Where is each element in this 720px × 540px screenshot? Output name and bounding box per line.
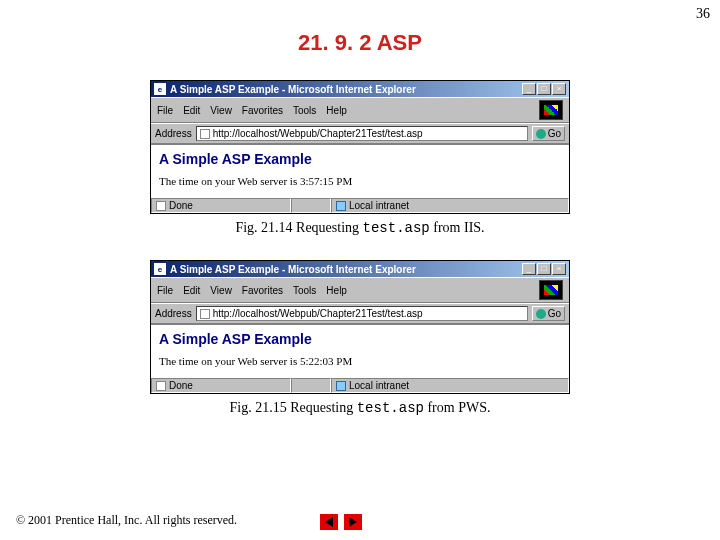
status-done: Done <box>169 200 193 211</box>
menu-file[interactable]: File <box>157 105 173 116</box>
go-icon <box>536 129 546 139</box>
caption-pre: Fig. 21.14 Requesting <box>235 220 362 235</box>
menu-help[interactable]: Help <box>326 105 347 116</box>
page-content: A Simple ASP Example The time on your We… <box>151 144 569 197</box>
minimize-button[interactable]: _ <box>522 263 536 275</box>
address-label: Address <box>155 128 192 139</box>
menu-favorites[interactable]: Favorites <box>242 285 283 296</box>
go-button[interactable]: Go <box>532 306 565 321</box>
page-body-text: The time on your Web server is 5:22:03 P… <box>159 355 561 367</box>
caption-pre: Fig. 21.15 Requesting <box>230 400 357 415</box>
menu-file[interactable]: File <box>157 285 173 296</box>
browser-window: e A Simple ASP Example - Microsoft Inter… <box>150 80 570 214</box>
menu-view[interactable]: View <box>210 105 232 116</box>
address-bar: Address http://localhost/Webpub/Chapter2… <box>151 303 569 324</box>
figure-2: e A Simple ASP Example - Microsoft Inter… <box>0 260 720 394</box>
page-body-text: The time on your Web server is 3:57:15 P… <box>159 175 561 187</box>
nav-buttons <box>320 514 362 530</box>
status-left: Done <box>151 378 291 393</box>
statusbar: Done Local intranet <box>151 377 569 393</box>
address-label: Address <box>155 308 192 319</box>
status-zone: Local intranet <box>331 198 569 213</box>
close-button[interactable]: × <box>552 83 566 95</box>
minimize-button[interactable]: _ <box>522 83 536 95</box>
titlebar: e A Simple ASP Example - Microsoft Inter… <box>151 81 569 97</box>
figure-1-caption: Fig. 21.14 Requesting test.asp from IIS. <box>0 220 720 236</box>
throbber-icon <box>539 100 563 120</box>
next-slide-button[interactable] <box>344 514 362 530</box>
page-heading: A Simple ASP Example <box>159 331 561 347</box>
page-number: 36 <box>696 6 710 22</box>
triangle-right-icon <box>349 517 357 527</box>
menu-help[interactable]: Help <box>326 285 347 296</box>
go-label: Go <box>548 308 561 319</box>
maximize-button[interactable]: □ <box>537 83 551 95</box>
caption-code: test.asp <box>363 220 430 236</box>
copyright: © 2001 Prentice Hall, Inc. All rights re… <box>16 513 237 528</box>
ie-icon: e <box>154 83 166 95</box>
prev-slide-button[interactable] <box>320 514 338 530</box>
menubar: File Edit View Favorites Tools Help <box>151 277 569 303</box>
status-zone-text: Local intranet <box>349 200 409 211</box>
triangle-left-icon <box>325 517 333 527</box>
figure-1: e A Simple ASP Example - Microsoft Inter… <box>0 80 720 214</box>
window-title: A Simple ASP Example - Microsoft Interne… <box>170 84 518 95</box>
go-icon <box>536 309 546 319</box>
window-title: A Simple ASP Example - Microsoft Interne… <box>170 264 518 275</box>
section-title: 21. 9. 2 ASP <box>0 30 720 56</box>
url-text: http://localhost/Webpub/Chapter21Test/te… <box>213 128 423 139</box>
go-button[interactable]: Go <box>532 126 565 141</box>
status-done: Done <box>169 380 193 391</box>
intranet-icon <box>336 381 346 391</box>
page-heading: A Simple ASP Example <box>159 151 561 167</box>
menu-tools[interactable]: Tools <box>293 285 316 296</box>
document-icon <box>156 201 166 211</box>
page-icon <box>200 309 210 319</box>
ie-icon: e <box>154 263 166 275</box>
caption-post: from PWS. <box>424 400 491 415</box>
go-label: Go <box>548 128 561 139</box>
titlebar: e A Simple ASP Example - Microsoft Inter… <box>151 261 569 277</box>
close-button[interactable]: × <box>552 263 566 275</box>
address-bar: Address http://localhost/Webpub/Chapter2… <box>151 123 569 144</box>
address-input[interactable]: http://localhost/Webpub/Chapter21Test/te… <box>196 306 528 321</box>
status-left: Done <box>151 198 291 213</box>
status-zone: Local intranet <box>331 378 569 393</box>
maximize-button[interactable]: □ <box>537 263 551 275</box>
status-mid <box>291 198 331 213</box>
throbber-icon <box>539 280 563 300</box>
statusbar: Done Local intranet <box>151 197 569 213</box>
menu-favorites[interactable]: Favorites <box>242 105 283 116</box>
status-zone-text: Local intranet <box>349 380 409 391</box>
menu-view[interactable]: View <box>210 285 232 296</box>
menu-edit[interactable]: Edit <box>183 285 200 296</box>
status-mid <box>291 378 331 393</box>
menubar: File Edit View Favorites Tools Help <box>151 97 569 123</box>
figure-2-caption: Fig. 21.15 Requesting test.asp from PWS. <box>0 400 720 416</box>
page-icon <box>200 129 210 139</box>
caption-post: from IIS. <box>430 220 485 235</box>
document-icon <box>156 381 166 391</box>
url-text: http://localhost/Webpub/Chapter21Test/te… <box>213 308 423 319</box>
menu-edit[interactable]: Edit <box>183 105 200 116</box>
address-input[interactable]: http://localhost/Webpub/Chapter21Test/te… <box>196 126 528 141</box>
caption-code: test.asp <box>357 400 424 416</box>
page-content: A Simple ASP Example The time on your We… <box>151 324 569 377</box>
intranet-icon <box>336 201 346 211</box>
menu-tools[interactable]: Tools <box>293 105 316 116</box>
browser-window: e A Simple ASP Example - Microsoft Inter… <box>150 260 570 394</box>
